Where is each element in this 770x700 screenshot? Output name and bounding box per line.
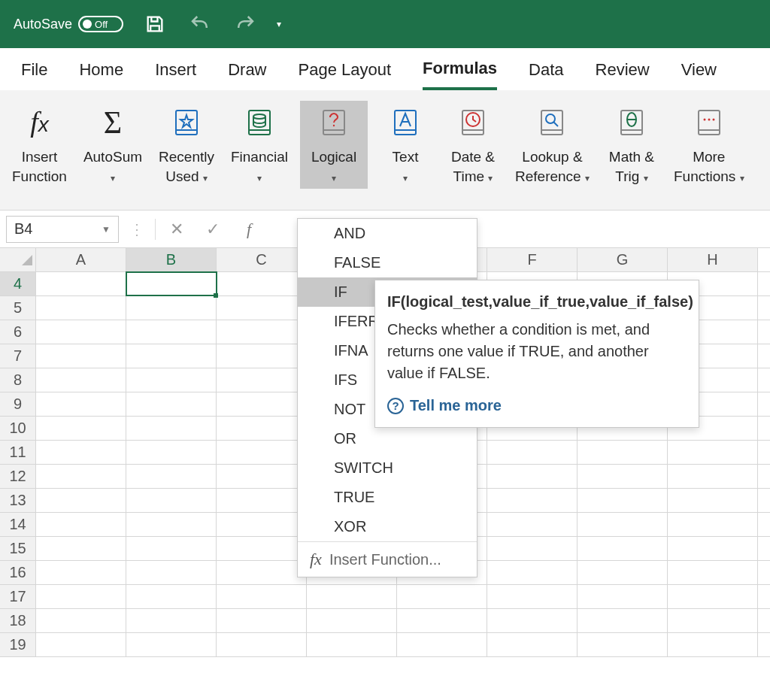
cell-A7[interactable]: [36, 344, 126, 368]
row-header-4[interactable]: 4: [0, 272, 36, 295]
cell-F14[interactable]: [487, 513, 578, 536]
cell-A8[interactable]: [36, 368, 126, 392]
row-header-11[interactable]: 11: [0, 441, 36, 464]
cell-D19[interactable]: [307, 633, 397, 656]
cell-E18[interactable]: [397, 609, 487, 632]
cell-G17[interactable]: [578, 585, 668, 608]
row-header-9[interactable]: 9: [0, 392, 36, 416]
cell-E19[interactable]: [397, 633, 487, 656]
cell-C5[interactable]: [217, 296, 307, 320]
cell-A18[interactable]: [36, 609, 126, 632]
cell-C4[interactable]: [217, 272, 307, 295]
cell-C14[interactable]: [217, 513, 307, 536]
cell-A15[interactable]: [36, 537, 126, 560]
cell-C15[interactable]: [217, 537, 307, 560]
cell-C13[interactable]: [217, 489, 307, 512]
cell-C10[interactable]: [217, 417, 307, 440]
row-header-12[interactable]: 12: [0, 465, 36, 488]
tab-view[interactable]: View: [681, 60, 717, 89]
cell-H15[interactable]: [668, 537, 758, 560]
cell-A10[interactable]: [36, 417, 126, 440]
cell-G15[interactable]: [578, 537, 668, 560]
row-header-16[interactable]: 16: [0, 561, 36, 584]
cell-E17[interactable]: [397, 585, 487, 608]
cell-F19[interactable]: [487, 633, 578, 656]
cell-G18[interactable]: [578, 609, 668, 632]
row-header-18[interactable]: 18: [0, 609, 36, 632]
cell-A16[interactable]: [36, 561, 126, 584]
cell-A19[interactable]: [36, 633, 126, 656]
row-header-19[interactable]: 19: [0, 633, 36, 656]
cell-B9[interactable]: [126, 392, 217, 416]
cell-B15[interactable]: [126, 537, 217, 560]
cell-D17[interactable]: [307, 585, 397, 608]
tab-formulas[interactable]: Formulas: [423, 59, 497, 90]
cell-B8[interactable]: [126, 368, 217, 392]
cell-B10[interactable]: [126, 417, 217, 440]
menu-item-xor[interactable]: XOR: [298, 512, 477, 541]
row-header-8[interactable]: 8: [0, 368, 36, 392]
insert-function-button[interactable]: fx Insert Function: [8, 101, 71, 189]
cell-H19[interactable]: [668, 633, 758, 656]
cell-C18[interactable]: [217, 609, 307, 632]
col-header-F[interactable]: F: [487, 248, 578, 271]
cell-B13[interactable]: [126, 489, 217, 512]
tab-page-layout[interactable]: Page Layout: [299, 60, 392, 89]
cell-B4[interactable]: [126, 272, 217, 295]
cell-F16[interactable]: [487, 561, 578, 584]
menu-item-insert-function[interactable]: fx Insert Function...: [298, 542, 477, 577]
save-icon[interactable]: [141, 11, 168, 38]
cancel-icon[interactable]: ✕: [162, 220, 192, 239]
cell-G11[interactable]: [578, 441, 668, 464]
cell-C7[interactable]: [217, 344, 307, 368]
cell-G14[interactable]: [578, 513, 668, 536]
menu-item-false[interactable]: FALSE: [298, 248, 477, 277]
cell-C8[interactable]: [217, 368, 307, 392]
cell-A14[interactable]: [36, 513, 126, 536]
cell-B19[interactable]: [126, 633, 217, 656]
cell-C11[interactable]: [217, 441, 307, 464]
cell-G16[interactable]: [578, 561, 668, 584]
math-trig-button[interactable]: Math & Trig ▾: [602, 101, 662, 189]
cell-G12[interactable]: [578, 465, 668, 488]
row-header-15[interactable]: 15: [0, 537, 36, 560]
cell-B11[interactable]: [126, 441, 217, 464]
fx-icon[interactable]: f: [234, 220, 264, 239]
tell-me-more-link[interactable]: ? Tell me more: [387, 395, 687, 417]
autosave-toggle[interactable]: AutoSave Off: [14, 16, 123, 32]
row-header-5[interactable]: 5: [0, 296, 36, 320]
undo-icon[interactable]: [186, 11, 214, 38]
logical-button[interactable]: Logical▾: [300, 101, 368, 189]
text-button[interactable]: Text▾: [375, 101, 435, 189]
autosum-button[interactable]: Σ AutoSum▾: [79, 101, 147, 189]
tab-insert[interactable]: Insert: [155, 60, 196, 89]
cell-H14[interactable]: [668, 513, 758, 536]
cell-A4[interactable]: [36, 272, 126, 295]
redo-icon[interactable]: [232, 11, 259, 38]
tab-home[interactable]: Home: [79, 60, 123, 89]
cell-F13[interactable]: [487, 489, 578, 512]
cell-B7[interactable]: [126, 344, 217, 368]
autosave-switch[interactable]: Off: [78, 16, 123, 32]
financial-button[interactable]: Financial▾: [226, 101, 293, 189]
cell-H11[interactable]: [668, 441, 758, 464]
tab-data[interactable]: Data: [529, 60, 563, 89]
cell-A13[interactable]: [36, 489, 126, 512]
tab-file[interactable]: File: [21, 60, 47, 89]
col-header-H[interactable]: H: [668, 248, 758, 271]
cell-G13[interactable]: [578, 489, 668, 512]
cell-C12[interactable]: [217, 465, 307, 488]
cell-A12[interactable]: [36, 465, 126, 488]
cell-A5[interactable]: [36, 296, 126, 320]
cell-A17[interactable]: [36, 585, 126, 608]
cell-H12[interactable]: [668, 465, 758, 488]
tab-review[interactable]: Review: [596, 60, 650, 89]
cell-F18[interactable]: [487, 609, 578, 632]
cell-D18[interactable]: [307, 609, 397, 632]
row-header-6[interactable]: 6: [0, 320, 36, 344]
cell-C9[interactable]: [217, 392, 307, 416]
menu-item-or[interactable]: OR: [298, 424, 477, 453]
quick-access-customize-icon[interactable]: ▾: [277, 19, 281, 29]
recently-used-button[interactable]: Recently Used ▾: [154, 101, 219, 189]
row-header-13[interactable]: 13: [0, 489, 36, 512]
